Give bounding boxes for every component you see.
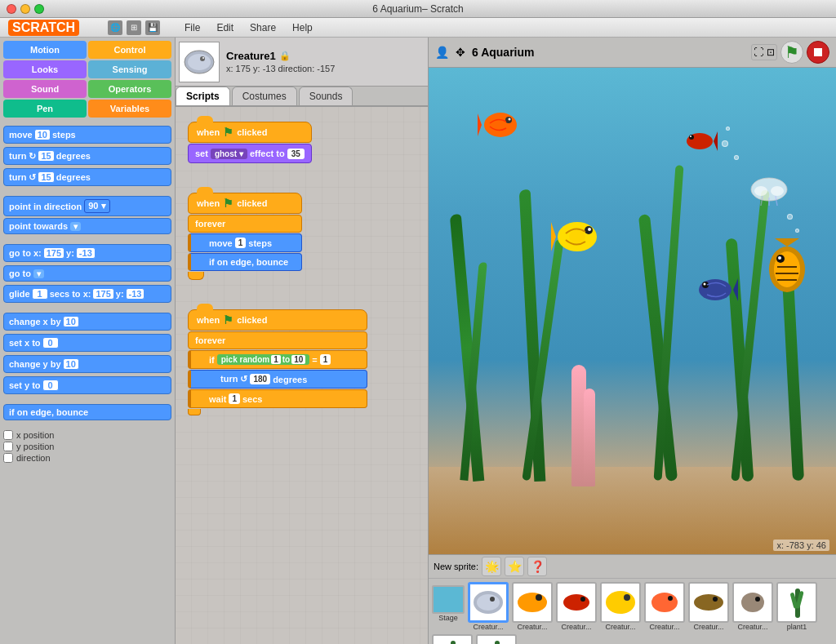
stop-button[interactable]: ⏹: [807, 41, 829, 64]
block-turn-right[interactable]: turn ↻ 15 degrees: [3, 147, 171, 165]
sprite-img-plant2: [432, 634, 473, 644]
effect-label: effect to: [250, 149, 285, 158]
sprites-list: Stage Creatur...: [429, 579, 836, 644]
close-button[interactable]: [7, 4, 16, 14]
sprite-thumb-creature2[interactable]: Creatur...: [512, 582, 553, 631]
fullscreen-icon[interactable]: ⛶: [754, 47, 763, 58]
sprite-thumb-plant3[interactable]: plant3: [476, 634, 517, 644]
cat-operators-button[interactable]: Operators: [88, 80, 171, 98]
cat-sound-button[interactable]: Sound: [3, 80, 87, 98]
save-icon[interactable]: 💾: [145, 20, 160, 35]
tab-sounds[interactable]: Sounds: [299, 87, 354, 105]
svg-rect-53: [451, 641, 456, 644]
direction-checkbox[interactable]: [3, 453, 13, 463]
block-goto-xy[interactable]: go to x: 175 y: -13: [3, 244, 171, 262]
sprite-img-plant3: [476, 634, 517, 644]
block-move[interactable]: move 10 steps: [3, 126, 171, 144]
svg-point-41: [580, 597, 585, 602]
block-glide[interactable]: glide 1 secs to x: 175 y: -13: [3, 285, 171, 303]
expand-icon[interactable]: ⊡: [767, 47, 775, 58]
when-label-3: when: [197, 315, 220, 325]
block-change-y[interactable]: change y by 10: [3, 355, 171, 373]
new-sprite-paint[interactable]: 🌟: [482, 557, 501, 576]
window-title: 6 Aquarium– Scratch: [372, 3, 463, 15]
wait-value: 1: [229, 393, 240, 404]
cat-looks-button[interactable]: Looks: [3, 60, 87, 78]
titlebar-buttons: [7, 4, 44, 14]
fish-orange: [478, 107, 522, 144]
cat-control-button[interactable]: Control: [88, 41, 171, 59]
if-pick-random[interactable]: if pick random 1 to 10 = 1: [188, 350, 367, 369]
svg-point-40: [563, 594, 589, 611]
block-change-x[interactable]: change x by 10: [3, 313, 171, 331]
forever-block-2[interactable]: forever: [188, 215, 302, 233]
svg-point-11: [588, 228, 591, 231]
script-group-2: when ⚑ clicked forever move 1 steps if o…: [188, 193, 302, 280]
green-flag-icon-1: ⚑: [223, 126, 233, 139]
tab-costumes[interactable]: Costumes: [232, 87, 297, 105]
cat-sensing-button[interactable]: Sensing: [88, 60, 171, 78]
stage-controls: ⛶ ⊡ ⚑ ⏹: [751, 41, 829, 64]
green-flag-icon-3: ⚑: [223, 313, 233, 326]
svg-point-45: [668, 596, 673, 601]
green-flag-button[interactable]: ⚑: [780, 41, 803, 64]
maximize-button[interactable]: [34, 4, 44, 14]
blocks-palette: Motion Control Looks Sensing Sound Opera…: [0, 38, 176, 644]
sprite-thumb-creature3[interactable]: Creatur...: [556, 582, 597, 631]
xposition-checkbox[interactable]: [3, 430, 13, 440]
menu-file[interactable]: File: [185, 22, 200, 33]
menu-share[interactable]: Share: [250, 22, 276, 33]
sprite-thumb-creature6[interactable]: Creatur...: [688, 582, 729, 631]
scripts-area[interactable]: when ⚑ clicked set ghost ▾ effect to 35 …: [176, 107, 428, 644]
ghost-dropdown[interactable]: ghost ▾: [211, 149, 247, 159]
sprite-thumb-creature5[interactable]: Creatur...: [644, 582, 685, 631]
yposition-checkbox[interactable]: [3, 442, 13, 451]
globe-icon[interactable]: 🌐: [108, 20, 122, 35]
checkbox-direction[interactable]: direction: [3, 453, 171, 463]
cat-motion-button[interactable]: Motion: [3, 41, 87, 59]
coral-2: [584, 389, 595, 486]
block-turn-left[interactable]: turn ↺ 15 degrees: [3, 168, 171, 186]
sprite-thumb-creature7[interactable]: Creatur...: [732, 582, 773, 631]
new-sprite-help[interactable]: ❓: [527, 557, 547, 576]
turn-180-degrees[interactable]: turn ↺ 180 degrees: [188, 370, 367, 389]
sprite-label-creature5: Creatur...: [649, 623, 679, 631]
wait-1-secs[interactable]: wait 1 secs: [188, 389, 367, 408]
when-clicked-2[interactable]: when ⚑ clicked: [188, 193, 302, 214]
fish-yellow: [551, 214, 604, 259]
new-sprite-star[interactable]: ⭐: [505, 557, 524, 576]
minimize-button[interactable]: [20, 4, 30, 14]
stage-thumbnail[interactable]: Stage: [432, 585, 465, 631]
svg-point-47: [713, 597, 718, 602]
move-1-steps[interactable]: move 1 steps: [188, 233, 302, 252]
menu-edit[interactable]: Edit: [216, 22, 233, 33]
sprite-img-creature2: [512, 582, 553, 623]
block-point-towards[interactable]: point towards ▾: [3, 218, 171, 234]
menu-help[interactable]: Help: [292, 22, 313, 33]
svg-point-30: [754, 186, 767, 196]
tab-scripts[interactable]: Scripts: [176, 87, 230, 105]
forever-block-3[interactable]: forever: [188, 331, 367, 349]
blocks-list: move 10 steps turn ↻ 15 degrees turn ↺ 1…: [0, 121, 175, 644]
set-ghost-block[interactable]: set ghost ▾ effect to 35: [188, 144, 312, 163]
sprite-thumb-plant2[interactable]: plant2: [432, 634, 473, 644]
sprite-thumb-plant1[interactable]: plant1: [776, 582, 817, 631]
sprite-label-creature2: Creatur...: [517, 623, 547, 631]
checkbox-xposition[interactable]: x position: [3, 430, 171, 440]
block-point-direction[interactable]: point in direction 90 ▾: [3, 196, 171, 216]
sprite-thumb-creature4[interactable]: Creatur...: [600, 582, 641, 631]
cat-pen-button[interactable]: Pen: [3, 100, 87, 118]
svg-marker-23: [775, 238, 799, 246]
block-set-y[interactable]: set y to 0: [3, 376, 171, 394]
when-clicked-3[interactable]: when ⚑ clicked: [188, 309, 367, 331]
block-edge-bounce[interactable]: if on edge, bounce: [3, 404, 171, 420]
if-edge-bounce[interactable]: if on edge, bounce: [188, 253, 302, 271]
duplicate-icon[interactable]: ⊞: [127, 20, 141, 35]
cat-variables-button[interactable]: Variables: [88, 100, 171, 118]
stage-title: 6 Aquarium: [472, 46, 535, 59]
block-set-x[interactable]: set x to 0: [3, 334, 171, 352]
block-goto[interactable]: go to ▾: [3, 265, 171, 282]
sprite-thumb-creature1[interactable]: Creatur...: [468, 582, 509, 631]
when-clicked-1[interactable]: when ⚑ clicked: [188, 122, 312, 143]
checkbox-yposition[interactable]: y position: [3, 442, 171, 451]
